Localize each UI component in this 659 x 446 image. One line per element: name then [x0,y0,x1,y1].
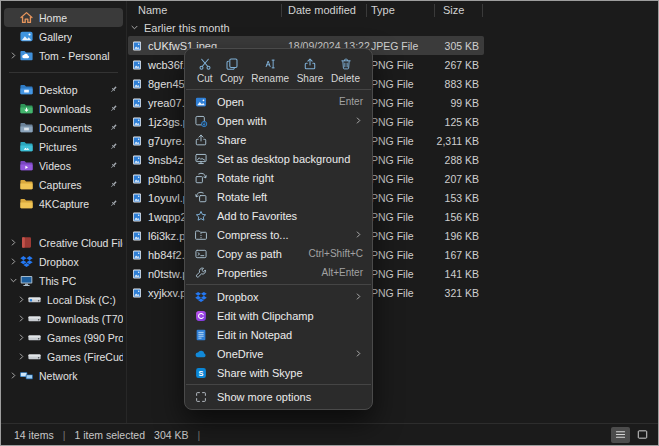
menu-item-shortcut: Enter [339,96,363,107]
sidebar-item[interactable]: Downloads (T700) (D:) [4,309,123,328]
sidebar-item[interactable]: Documents [4,118,123,137]
clip-icon [194,309,208,323]
menu-item[interactable]: Rotate right [185,168,372,187]
expander[interactable] [7,276,19,285]
expander[interactable] [15,314,27,323]
chev-r-icon[interactable] [9,51,18,60]
menu-item[interactable]: Edit in Notepad [185,325,372,344]
file-type-cell: PNG File [367,211,435,223]
sidebar-item[interactable]: Tom - Personal [4,46,123,65]
drive-icon [27,330,42,345]
expander[interactable] [15,295,27,304]
chev-r-icon[interactable] [17,352,26,361]
expander[interactable] [15,333,27,342]
sidebar-item[interactable]: Downloads [4,99,123,118]
sidebar-item[interactable]: Network [4,366,123,385]
menu-item[interactable]: Show more options [185,387,372,406]
menu-item-label: Share [217,134,246,146]
gallery-icon [19,29,34,44]
column-header-name[interactable]: Name [128,4,282,17]
drive-icon [27,311,42,326]
sidebar-item[interactable]: Gallery [4,27,123,46]
sidebar-quick-section: Home Gallery Tom - Personal [1,8,126,65]
toolbar-button[interactable]: Delete [331,57,360,84]
file-type-cell: PNG File [367,154,435,166]
sidebar-item-label: Local Disk (C:) [47,294,116,306]
sidebar-item-label: Network [39,370,78,382]
sidebar-item[interactable]: Games (FireCuda 530) (F:) [4,347,123,366]
sidebar-item[interactable]: Videos [4,156,123,175]
sidebar-item[interactable]: Local Disk (C:) [4,290,123,309]
dropbox-icon [194,290,208,304]
context-menu-app-items: Dropbox Edit with Clipchamp Edit in Note… [185,287,372,382]
context-menu-more: Show more options [185,387,372,406]
sidebar-item[interactable]: 4KCapture [4,194,123,213]
group-header[interactable]: Earlier this month [128,19,658,36]
f-down-icon [19,101,34,116]
menu-item[interactable]: Share with Skype [185,363,372,382]
column-header-size[interactable]: Size [435,4,483,17]
pin-icon [108,198,119,209]
toolbar-button-label: Share [297,73,324,84]
file-type-cell: PNG File [367,287,435,299]
submenu-arrow-icon [354,349,363,358]
menu-item[interactable]: Set as desktop background [185,149,372,168]
toolbar-button[interactable]: Share [297,57,324,84]
sidebar-item[interactable]: Games (990 Pro) (E:) [4,328,123,347]
menu-item[interactable]: Compress to... [185,225,372,244]
chev-r-icon[interactable] [17,333,26,342]
context-menu: Cut Copy Rename Share Delete [184,48,373,410]
sidebar-item-label: Creative Cloud Files [39,237,123,249]
chev-d-icon[interactable] [9,276,18,285]
chev-r-icon[interactable] [9,257,18,266]
sidebar-item-label: Pictures [39,141,77,153]
column-header-type[interactable]: Type [367,4,435,17]
menu-item[interactable]: Properties Alt+Enter [185,263,372,282]
toolbar-button[interactable]: Cut [197,57,213,84]
menu-item[interactable]: Edit with Clipchamp [185,306,372,325]
sidebar-item[interactable]: This PC [4,271,123,290]
menu-item[interactable]: Rotate left [185,187,372,206]
file-type-cell: PNG File [367,78,435,90]
expander[interactable] [7,371,19,380]
chev-r-icon[interactable] [17,295,26,304]
sidebar-item[interactable]: Pictures [4,137,123,156]
sidebar-item[interactable]: Home [4,8,123,27]
thumbnail-view-button[interactable] [633,427,652,443]
thumbnail-view-icon [636,428,649,441]
chev-r-icon[interactable] [9,238,18,247]
sidebar-item[interactable]: Creative Cloud Files [4,233,123,252]
expander[interactable] [7,257,19,266]
toolbar-button[interactable]: Copy [220,57,243,84]
toolbar-button[interactable]: Rename [251,57,289,84]
sidebar-item[interactable]: Captures [4,175,123,194]
toolbar-button-label: Rename [251,73,289,84]
chev-r-icon[interactable] [17,314,26,323]
menu-item[interactable]: Dropbox [185,287,372,306]
rename-icon [263,57,277,71]
menu-item-label: Show more options [217,391,311,403]
menu-item[interactable]: Copy as path Ctrl+Shift+C [185,244,372,263]
more-icon [194,390,208,404]
details-view-button[interactable] [611,427,630,443]
sidebar-item-label: Downloads [39,103,91,115]
menu-item[interactable]: Open Enter [185,92,372,111]
sidebar-item-label: Tom - Personal [39,50,110,62]
chev-r-icon[interactable] [9,371,18,380]
menu-item[interactable]: Add to Favorites [185,206,372,225]
sidebar-item-label: Gallery [39,31,72,43]
sidebar-item[interactable]: Desktop [4,80,123,99]
menu-item[interactable]: Share [185,130,372,149]
file-size-cell: 207 KB [435,173,479,185]
sidebar-item[interactable]: Dropbox [4,252,123,271]
expander[interactable] [7,238,19,247]
menu-item[interactable]: Open with [185,111,372,130]
drive-os-icon [27,292,42,307]
column-header-date-modified[interactable]: Date modified [282,4,367,17]
expander[interactable] [15,352,27,361]
menu-item[interactable]: OneDrive [185,344,372,363]
imgfile-icon [131,268,143,280]
expander[interactable] [7,51,19,60]
file-size-cell: 153 KB [435,192,479,204]
status-bar: 14 items | 1 item selected 304 KB | [1,423,658,445]
